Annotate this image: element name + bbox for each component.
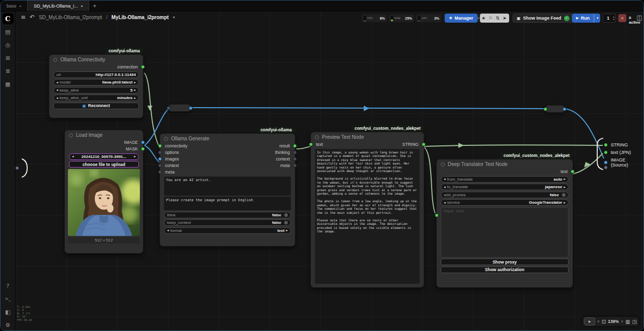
columns-icon[interactable]: ▥ [625, 319, 630, 324]
toggle-knob[interactable] [562, 193, 566, 197]
node-ollama-generate[interactable]: comfyui-ollama Ollama Generate connectiv… [159, 133, 295, 246]
node-library-icon[interactable]: ◎ [3, 39, 14, 50]
output-dot-mask[interactable] [141, 147, 145, 151]
reconnect-button[interactable]: ▣ Reconnect [53, 103, 139, 109]
widget-keep-alive[interactable]: ◂ keep_alive 5 ▸ [53, 87, 139, 94]
output-dot-string[interactable] [604, 143, 608, 147]
combo-left-arrow-icon[interactable]: ◂ [444, 177, 446, 181]
node-ollama-connectivity[interactable]: comfyui-ollama Ollama Connectivity conne… [49, 54, 143, 118]
image-preview[interactable] [68, 169, 140, 236]
breadcrumb-current[interactable]: MyLib-Ollama_i2prompt [112, 15, 169, 20]
widget-model[interactable]: ◂ model llava-phi3:latest ▸ [53, 79, 139, 86]
widget-service[interactable]: ◂ service GoogleTranslator ▸ [441, 199, 569, 206]
reroute-input-dot[interactable] [167, 106, 171, 110]
output-dot-context[interactable] [293, 157, 297, 161]
right-panel-toggle-icon[interactable]: ◫ [636, 14, 642, 21]
cursor-tool-button[interactable]: ➤ [584, 317, 595, 325]
widget-think[interactable]: think false [164, 212, 291, 218]
combo-left-arrow-icon[interactable]: ◂ [444, 185, 446, 189]
combo-right-arrow-icon[interactable]: ▸ [564, 201, 566, 205]
combo-left-arrow-icon[interactable]: ◂ [72, 154, 74, 158]
node-deep-translator[interactable]: comfyui_custom_nodes_alekpet Deep Transl… [436, 159, 573, 288]
widget-image-file[interactable]: ◂ 20241210_00070-3991... ▸ [69, 153, 139, 160]
node-load-image[interactable]: Load Image IMAGE MASK ◂ 20241210_00070-3… [64, 130, 143, 254]
stepper-down-icon[interactable]: ▾ [613, 18, 614, 21]
run-options-chevron-icon[interactable]: ▾ [594, 14, 601, 23]
output-dot-result[interactable] [293, 144, 297, 148]
combo-left-arrow-icon[interactable]: ◂ [167, 228, 169, 232]
tab-current-workflow[interactable]: SD_MyLib-Ollama_i... ● [27, 1, 89, 11]
panel-icon[interactable]: ◧ [3, 306, 14, 317]
translator-input-textarea[interactable] [441, 207, 569, 258]
tab-base[interactable]: base ● [1, 1, 27, 11]
combo-right-arrow-icon[interactable]: ▸ [134, 88, 136, 92]
input-dot-options[interactable] [158, 150, 162, 154]
input-dot-unlabeled[interactable] [15, 166, 19, 170]
preview-text-content[interactable]: In this image, a young woman with long b… [315, 149, 420, 284]
input-dot-connectivity[interactable] [158, 144, 162, 148]
menu-icon[interactable]: ≡ [21, 14, 26, 21]
queue-icon[interactable]: ▤ [3, 26, 14, 37]
combo-left-arrow-icon[interactable]: ◂ [56, 96, 58, 100]
widget-from-translate[interactable]: ◂ from_translate auto ▸ [441, 176, 569, 183]
fit-view-icon[interactable]: ⊡ [602, 319, 606, 324]
reroute-node[interactable] [168, 104, 191, 112]
collapse-dot[interactable] [441, 162, 445, 167]
expand-icon[interactable]: ◳ [632, 319, 637, 324]
tool-chevron-icon[interactable]: ∨ [597, 319, 600, 323]
new-tab-button[interactable]: + [89, 1, 100, 11]
combo-right-arrow-icon[interactable]: ▸ [134, 96, 136, 100]
run-button[interactable]: ▶ Run ▾ [572, 14, 600, 23]
batch-count-stepper[interactable]: 1 ▴ ▾ [603, 14, 616, 23]
input-dot-text[interactable] [435, 213, 439, 217]
prompt-textarea[interactable]: Please create the image prompt in Englis… [164, 197, 291, 210]
reroute-output-dot[interactable] [562, 107, 567, 111]
star-icon[interactable]: ★ [480, 16, 487, 21]
templates-icon[interactable]: ▦ [3, 78, 14, 90]
combo-left-arrow-icon[interactable]: ◂ [56, 88, 58, 92]
breadcrumb-path[interactable]: SD_MyLib-Ollama_l2prompt [39, 15, 102, 20]
manager-button[interactable]: ✦ Manager [445, 14, 477, 23]
output-dot-text[interactable] [571, 170, 575, 174]
zoom-level[interactable]: 139% [608, 319, 619, 324]
undo-icon[interactable]: ↶ [30, 14, 35, 21]
reroute-input-dot[interactable] [543, 107, 547, 111]
combo-right-arrow-icon[interactable]: ▸ [286, 228, 288, 232]
workflows-icon[interactable]: ≣ [3, 65, 14, 76]
breadcrumb-chevron-icon[interactable]: ▾ [173, 15, 175, 20]
choose-file-button[interactable]: choose file to upload [69, 161, 139, 168]
combo-right-arrow-icon[interactable]: ▸ [564, 177, 566, 181]
flag-icon[interactable]: ⚐ [487, 16, 494, 21]
input-dot-text[interactable] [309, 142, 313, 146]
collapse-dot[interactable] [164, 137, 168, 141]
widget-format[interactable]: ◂ format text ▸ [164, 227, 291, 234]
widget-add-proxies[interactable]: add_proxies false [441, 192, 569, 198]
model-library-icon[interactable]: ⊞ [3, 52, 14, 63]
output-dot-meta[interactable] [293, 163, 297, 168]
combo-left-arrow-icon[interactable]: ◂ [56, 80, 58, 85]
input-dot-images[interactable] [158, 157, 162, 161]
output-dot-connection[interactable] [141, 65, 145, 69]
comfyui-logo[interactable]: C [3, 13, 14, 24]
system-prompt-textarea[interactable]: You are an AI artist. [164, 177, 291, 196]
reroute-output-dot[interactable] [189, 106, 193, 110]
combo-right-arrow-icon[interactable]: ▸ [564, 185, 566, 189]
combo-left-arrow-icon[interactable]: ◂ [444, 201, 446, 205]
settings-gear-icon[interactable]: ⚙ [3, 319, 14, 330]
collapse-dot[interactable] [315, 135, 319, 139]
share-icon[interactable]: ➤ [501, 16, 508, 21]
show-image-feed-button[interactable]: ▣ Show Image Feed ✓ [513, 14, 574, 23]
combo-right-arrow-icon[interactable]: ▸ [134, 80, 136, 85]
input-dot-meta[interactable] [158, 170, 162, 174]
combo-right-arrow-icon[interactable]: ▸ [134, 154, 136, 158]
cancel-run-button[interactable]: × [618, 14, 626, 22]
output-dot-thinking[interactable] [293, 150, 297, 154]
output-dot-image[interactable] [141, 140, 145, 144]
output-dot-text-jpn[interactable] [604, 150, 608, 154]
toggle-knob[interactable] [284, 221, 288, 224]
output-dot-unlabeled[interactable] [604, 166, 608, 170]
show-proxy-button[interactable]: Show proxy [441, 259, 569, 265]
output-dot-image-source[interactable] [604, 160, 608, 164]
show-authorization-button[interactable]: Show authorization [441, 267, 569, 273]
input-dot-context[interactable] [158, 163, 162, 168]
